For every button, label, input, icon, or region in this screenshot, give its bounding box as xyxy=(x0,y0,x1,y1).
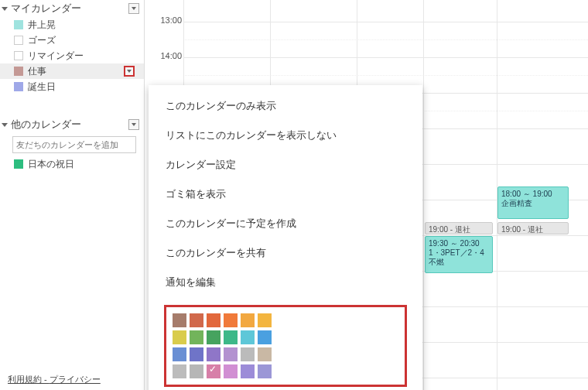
menu-settings[interactable]: カレンダー設定 xyxy=(149,150,422,180)
caret-down-icon xyxy=(132,7,136,10)
calendar-item[interactable]: ゴーズ xyxy=(0,32,144,48)
color-swatch[interactable] xyxy=(258,330,272,344)
calendar-label: 誕生日 xyxy=(28,80,56,94)
sidebar: マイカレンダー 井上晃 ゴーズ リマインダー 仕事 誕生日 他のカレンダー 日本… xyxy=(0,0,144,390)
calendar-label: 日本の祝日 xyxy=(28,158,74,171)
color-swatch[interactable] xyxy=(224,347,238,361)
color-swatch[interactable] xyxy=(173,364,186,378)
event-time: 18:00 ～ 19:00 xyxy=(501,190,565,199)
color-swatch[interactable] xyxy=(241,364,255,378)
color-palette xyxy=(173,313,398,378)
calendar-item[interactable]: 井上晃 xyxy=(0,17,144,32)
event-leave-1[interactable]: 19:00 - 退社 xyxy=(425,222,493,234)
color-swatch[interactable] xyxy=(173,313,186,327)
event-time: 19:30 ～ 20:30 xyxy=(429,239,489,248)
calendar-item[interactable]: 誕生日 xyxy=(0,79,144,94)
calendar-color-swatch[interactable] xyxy=(14,51,23,60)
calendar-label: 仕事 xyxy=(28,65,46,78)
calendar-color-swatch[interactable] xyxy=(14,67,23,76)
color-swatch[interactable] xyxy=(258,313,272,327)
event-trash-schedule[interactable]: 19:30 ～ 20:30 1・3PET／2・4不燃 xyxy=(425,236,493,273)
my-calendars-title: マイカレンダー xyxy=(11,2,81,15)
color-swatch[interactable] xyxy=(190,347,203,361)
hour-label: 14:00 xyxy=(145,51,182,60)
color-swatch[interactable] xyxy=(224,330,238,344)
calendar-options-button[interactable] xyxy=(124,66,135,77)
event-time: 19:00 - 退社 xyxy=(429,225,470,234)
caret-down-icon xyxy=(127,70,132,73)
dash: - xyxy=(42,375,50,384)
my-calendars-menu-button[interactable] xyxy=(128,3,139,14)
color-swatch[interactable] xyxy=(224,364,238,378)
terms-link[interactable]: 利用規約 xyxy=(8,375,42,384)
event-leave-2[interactable]: 19:00 - 退社 xyxy=(497,222,569,234)
color-swatch[interactable] xyxy=(224,313,238,327)
chevron-down-icon xyxy=(2,7,8,11)
event-time: 19:00 - 退社 xyxy=(501,225,543,234)
calendar-item[interactable]: リマインダー xyxy=(0,48,144,63)
calendar-item-selected[interactable]: 仕事 xyxy=(0,63,144,79)
event-title: 1・3PET／2・4不燃 xyxy=(429,248,489,267)
color-swatch[interactable] xyxy=(190,313,203,327)
color-swatch[interactable] xyxy=(190,330,203,344)
color-swatch[interactable] xyxy=(207,364,220,378)
color-swatch[interactable] xyxy=(207,313,220,327)
color-swatch[interactable] xyxy=(258,364,272,378)
calendar-item[interactable]: 日本の祝日 xyxy=(0,156,144,172)
calendar-color-swatch[interactable] xyxy=(14,36,23,45)
privacy-link[interactable]: プライバシー xyxy=(50,375,101,384)
other-calendars-header[interactable]: 他のカレンダー xyxy=(0,116,144,133)
other-calendars-menu-button[interactable] xyxy=(128,119,139,130)
calendar-color-swatch[interactable] xyxy=(14,159,23,169)
color-swatch[interactable] xyxy=(207,347,220,361)
calendar-options-menu: このカレンダーのみ表示 リストにこのカレンダーを表示しない カレンダー設定 ゴミ… xyxy=(149,85,422,390)
caret-down-icon xyxy=(132,123,136,126)
event-title: 企画精査 xyxy=(501,199,565,208)
color-palette-box xyxy=(164,305,407,387)
color-swatch[interactable] xyxy=(173,347,186,361)
other-calendars-title: 他のカレンダー xyxy=(11,118,81,132)
footer-links: 利用規約 - プライバシー xyxy=(8,374,101,385)
my-calendars-header[interactable]: マイカレンダー xyxy=(0,0,144,17)
color-swatch[interactable] xyxy=(241,347,255,361)
menu-hide-from-list[interactable]: リストにこのカレンダーを表示しない xyxy=(149,121,422,150)
menu-show-only-this[interactable]: このカレンダーのみ表示 xyxy=(149,91,422,121)
add-friend-calendar-input[interactable] xyxy=(12,136,136,153)
color-swatch[interactable] xyxy=(190,364,203,378)
color-swatch[interactable] xyxy=(241,313,255,327)
color-swatch[interactable] xyxy=(207,330,220,344)
menu-edit-notifications[interactable]: 通知を編集 xyxy=(149,268,422,297)
color-swatch[interactable] xyxy=(241,330,255,344)
menu-share[interactable]: このカレンダーを共有 xyxy=(149,238,422,268)
event-planning-review[interactable]: 18:00 ～ 19:00 企画精査 xyxy=(497,186,569,219)
menu-create-event[interactable]: このカレンダーに予定を作成 xyxy=(149,209,422,238)
calendar-label: リマインダー xyxy=(28,50,84,63)
calendar-color-swatch[interactable] xyxy=(14,82,23,91)
calendar-label: 井上晃 xyxy=(28,19,56,32)
hour-label: 13:00 xyxy=(145,15,182,25)
color-swatch[interactable] xyxy=(173,330,186,344)
menu-show-trash[interactable]: ゴミ箱を表示 xyxy=(149,180,422,209)
calendar-label: ゴーズ xyxy=(28,34,56,47)
chevron-down-icon xyxy=(2,123,8,127)
color-swatch[interactable] xyxy=(258,347,272,361)
calendar-color-swatch[interactable] xyxy=(14,20,23,29)
